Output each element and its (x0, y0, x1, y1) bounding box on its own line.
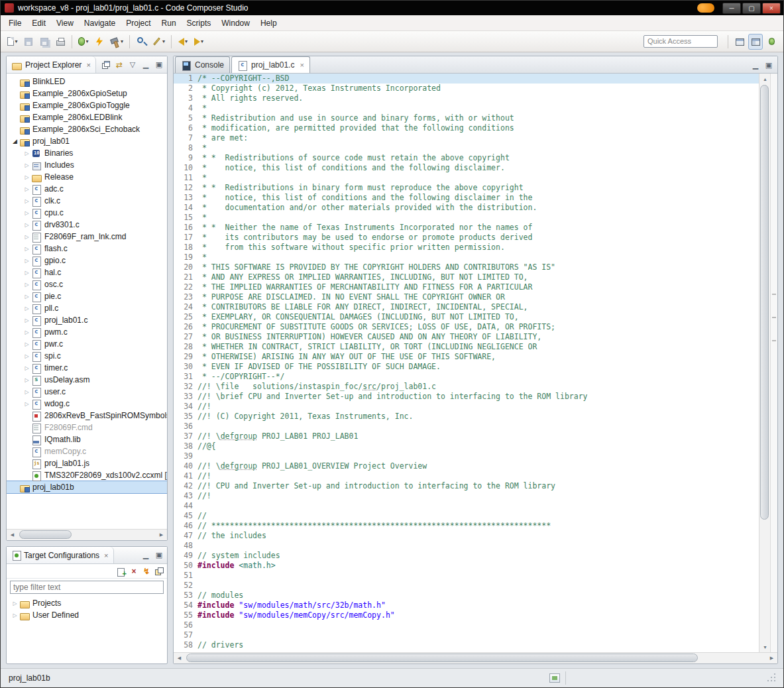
twistie-icon[interactable]: ▷ (23, 317, 31, 323)
tree-item[interactable]: ▷Binaries (7, 147, 167, 159)
twistie-icon[interactable]: ▷ (23, 234, 31, 240)
tree-item[interactable]: ▷adc.c (7, 183, 167, 195)
menu-file[interactable]: File (3, 17, 27, 30)
flash-button[interactable] (92, 34, 107, 50)
twistie-icon[interactable]: ▷ (23, 306, 31, 312)
tree-item[interactable]: BlinkLED (7, 76, 167, 87)
twistie-icon[interactable]: ▷ (11, 612, 19, 618)
new-target-configuration-icon[interactable] (116, 566, 127, 577)
collapse-all-icon[interactable] (101, 60, 111, 70)
menu-navigate[interactable]: Navigate (79, 17, 121, 30)
menu-run[interactable]: Run (156, 17, 182, 30)
editor-tab-proj-lab01-c[interactable]: proj_lab01.c× (231, 56, 310, 73)
menu-scripts[interactable]: Scripts (182, 17, 217, 30)
scroll-left-icon[interactable]: ◀ (7, 530, 18, 540)
tree-item[interactable]: ▷user.c (7, 386, 167, 398)
maximize-editor-icon[interactable]: ▣ (763, 60, 774, 70)
back-button[interactable]: ▾ (176, 34, 190, 50)
scroll-left-icon[interactable]: ◀ (174, 653, 185, 663)
maximize-view-icon[interactable]: ▣ (154, 60, 164, 70)
editor-vscrollbar[interactable]: ▲ ▼ (759, 74, 770, 652)
project-tree-hscrollbar[interactable]: ◀ ▶ (7, 529, 167, 540)
twistie-icon[interactable]: ▷ (23, 329, 31, 335)
simple-perspective-button[interactable] (732, 34, 747, 50)
twistie-icon[interactable]: ◢ (11, 138, 19, 144)
close-view-icon[interactable]: × (86, 61, 90, 69)
tree-item[interactable]: proj_lab01.js (7, 457, 167, 469)
edit-marker-button[interactable]: ▾ (150, 34, 167, 50)
tree-item[interactable]: ▷spi.c (7, 350, 167, 362)
forward-button[interactable]: ▾ (192, 34, 206, 50)
tree-item[interactable]: Example_2806xGpioToggle (7, 99, 167, 111)
background-jobs-icon[interactable] (549, 673, 560, 683)
save-all-button[interactable] (37, 34, 52, 50)
tree-item[interactable]: Example_2806xSci_Echoback (7, 123, 167, 135)
new-button[interactable]: ▾ (5, 34, 20, 50)
minimize-view-icon[interactable]: ▁ (140, 60, 151, 70)
twistie-icon[interactable]: ▷ (23, 401, 31, 407)
close-view-icon[interactable]: × (104, 551, 108, 559)
tree-item[interactable]: ▷pwm.c (7, 326, 167, 338)
twistie-icon[interactable]: ▷ (23, 246, 31, 252)
save-button[interactable] (21, 34, 36, 50)
tree-item[interactable]: ▷Projects (7, 597, 167, 609)
tree-item[interactable]: ▷pie.c (7, 290, 167, 302)
twistie-icon[interactable]: ▷ (23, 186, 31, 192)
tree-item[interactable]: ▷F28069F_ram_lnk.cmd (7, 231, 167, 243)
tree-item[interactable]: memCopy.c (7, 445, 167, 457)
tree-item[interactable]: ▷flash.c (7, 243, 167, 255)
twistie-icon[interactable]: ▷ (23, 294, 31, 300)
minimize-view-icon[interactable]: ▁ (140, 550, 151, 561)
filter-input[interactable] (10, 581, 164, 594)
twistie-icon[interactable]: ▷ (23, 270, 31, 276)
tree-item[interactable]: ▷timer.c (7, 362, 167, 374)
code-area[interactable]: 1/* --COPYRIGHT--,BSD2 * Copyright (c) 2… (174, 74, 759, 652)
twistie-icon[interactable]: ▷ (23, 162, 31, 168)
tree-item[interactable]: 2806xRevB_FastSpinROMSymbols. (7, 410, 167, 422)
notification-icon[interactable] (697, 3, 714, 13)
tree-item[interactable]: F28069F.cmd (7, 422, 167, 433)
maximize-button[interactable]: ▢ (742, 3, 761, 14)
debug-perspective-button[interactable] (764, 34, 779, 50)
tree-item[interactable]: ▷hal.c (7, 266, 167, 278)
editor-hscroll-thumb[interactable] (186, 654, 698, 662)
scroll-right-icon[interactable]: ▶ (156, 530, 167, 540)
quick-access-input[interactable]: Quick Access (644, 35, 718, 48)
tree-item[interactable]: ▷User Defined (7, 609, 167, 621)
build-button[interactable]: ▾ (108, 34, 125, 50)
link-with-editor-icon[interactable]: ⇄ (114, 60, 125, 70)
view-menu-icon[interactable]: ▽ (127, 60, 138, 70)
twistie-icon[interactable]: ▷ (23, 198, 31, 204)
twistie-icon[interactable]: ▷ (23, 389, 31, 395)
menu-edit[interactable]: Edit (27, 17, 51, 30)
tree-item[interactable]: ▷gpio.c (7, 255, 167, 266)
tree-item[interactable]: ▷Release (7, 171, 167, 183)
delete-icon[interactable]: × (129, 566, 139, 577)
tree-item[interactable]: ▷cpu.c (7, 207, 167, 219)
duplicate-icon[interactable] (154, 566, 164, 577)
tree-item[interactable]: ▷pwr.c (7, 338, 167, 350)
twistie-icon[interactable]: ▷ (23, 258, 31, 264)
menu-help[interactable]: Help (255, 17, 282, 30)
close-tab-icon[interactable]: × (300, 61, 304, 69)
twistie-icon[interactable]: ▷ (23, 365, 31, 371)
debug-button[interactable]: ▾ (76, 34, 91, 50)
twistie-icon[interactable]: ▷ (23, 282, 31, 288)
minimize-button[interactable]: ─ (722, 3, 741, 14)
resize-grip-icon[interactable] (766, 673, 775, 683)
hscroll-track[interactable] (18, 530, 156, 540)
tree-item[interactable]: ▷proj_lab01.c (7, 314, 167, 326)
twistie-icon[interactable]: ▷ (23, 210, 31, 216)
twistie-icon[interactable]: ▷ (23, 174, 31, 180)
tree-item[interactable]: Example_2806xLEDBlink (7, 111, 167, 123)
editor-hscroll-track[interactable] (185, 653, 766, 663)
tree-item[interactable]: ▷Includes (7, 159, 167, 171)
vscroll-track[interactable] (759, 84, 770, 642)
twistie-icon[interactable]: ▷ (23, 377, 31, 383)
tab-project-explorer[interactable]: Project Explorer × (7, 56, 96, 73)
vscroll-thumb[interactable] (760, 85, 769, 520)
tree-item[interactable]: Example_2806xGpioSetup (7, 87, 167, 99)
close-button[interactable]: × (762, 3, 781, 14)
tree-item[interactable]: ▷wdog.c (7, 398, 167, 410)
menu-window[interactable]: Window (216, 17, 255, 30)
